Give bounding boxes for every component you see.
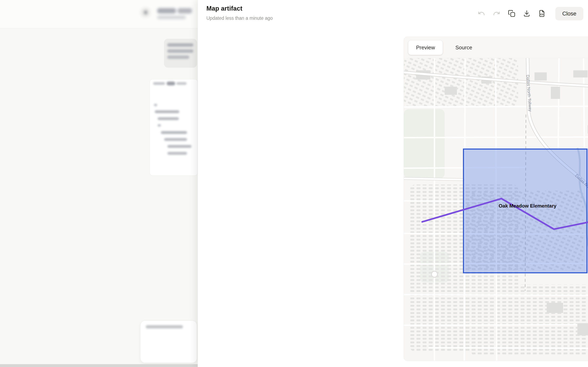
redo-button[interactable]	[492, 9, 501, 18]
chat-title-blurred	[157, 8, 176, 13]
download-icon	[523, 10, 530, 18]
chat-artifact-card	[150, 79, 198, 176]
tab-source[interactable]: Source	[448, 40, 480, 55]
export-file-button[interactable]	[537, 9, 546, 18]
close-button[interactable]: Close	[555, 7, 583, 20]
undo-icon	[478, 10, 485, 18]
map-basemap: FRISCO Dallas North Tollway Dallas North…	[404, 58, 588, 361]
artifact-title: Map artifact	[207, 5, 242, 12]
chat-menu-icon	[144, 11, 147, 14]
copy-icon	[508, 10, 515, 18]
artifact-tabbar: Preview Source	[404, 37, 588, 58]
region-oak-meadow-elementary[interactable]	[463, 149, 587, 273]
artifact-toolbar: Close	[477, 7, 583, 20]
chat-subtitle-blurred	[157, 16, 186, 19]
chat-header	[0, 0, 198, 28]
download-button[interactable]	[522, 9, 531, 18]
map-canvas[interactable]: FRISCO Dallas North Tollway Dallas North…	[404, 58, 588, 361]
artifact-content-card: Preview Source	[404, 37, 588, 361]
file-code-icon	[538, 10, 545, 18]
chat-input-box	[140, 320, 197, 363]
chat-message-bubble	[164, 39, 197, 68]
artifact-panel: Map artifact Updated less than a minute …	[198, 0, 588, 367]
window-bottom-strip	[0, 364, 198, 367]
redo-icon	[493, 10, 500, 18]
copy-button[interactable]	[507, 9, 516, 18]
tab-preview[interactable]: Preview	[408, 40, 443, 55]
chat-title-blurred	[178, 8, 192, 13]
chat-input-placeholder-blurred	[146, 325, 183, 328]
artifact-updated-status: Updated less than a minute ago	[207, 16, 273, 21]
undo-button[interactable]	[477, 9, 486, 18]
background-chat-pane	[0, 0, 198, 367]
label-oak-meadow-elementary: Oak Meadow Elementary	[499, 203, 557, 209]
